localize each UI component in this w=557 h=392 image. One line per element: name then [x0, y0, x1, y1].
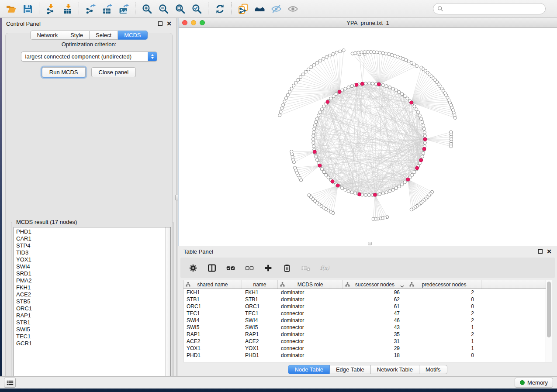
cell-MCDS-role: connector [278, 310, 343, 316]
cell-successor-nodes: 35 [343, 331, 407, 337]
mcds-result-item[interactable]: SWI5 [16, 326, 165, 333]
table-row[interactable]: YOX1YOX1connector291 [183, 345, 546, 352]
mcds-result-item[interactable]: GCR1 [16, 340, 165, 347]
table-row[interactable]: ORC1ORC1dominator610 [183, 303, 546, 310]
mcds-result-item[interactable]: PHD1 [16, 228, 165, 235]
cell-shared-name: ACE2 [183, 338, 242, 344]
deselect-all-icon[interactable] [244, 262, 255, 274]
mcds-result-item[interactable]: FKH1 [16, 284, 165, 291]
tab-style[interactable]: Style [64, 31, 90, 40]
network-graph[interactable] [179, 28, 557, 245]
mcds-result-item[interactable]: STB5 [16, 298, 165, 305]
export-table-icon[interactable] [100, 2, 114, 15]
cell-MCDS-role: dominator [278, 289, 343, 296]
task-history-button[interactable] [4, 378, 16, 388]
columns-icon[interactable] [206, 262, 218, 274]
run-mcds-button[interactable]: Run MCDS [42, 67, 86, 77]
settings-gear-icon[interactable] [187, 262, 199, 274]
open-icon[interactable] [3, 2, 18, 15]
search-field[interactable] [433, 3, 546, 14]
search-input[interactable] [443, 6, 545, 12]
network-canvas[interactable] [179, 28, 557, 246]
cell-predecessor-nodes: 0 [407, 352, 481, 358]
mcds-result-item[interactable]: TEC1 [16, 333, 165, 340]
mcds-result-item[interactable]: ORC1 [16, 305, 165, 312]
cell-predecessor-nodes: 0 [407, 296, 481, 303]
close-table-panel-icon[interactable]: ✕ [547, 249, 552, 254]
right-pane: YPA_prune.txt_1 Table Panel ✕ f(x) [178, 18, 557, 376]
horizontal-splitter-grip[interactable] [368, 242, 372, 245]
zoom-in-icon[interactable] [139, 2, 154, 15]
mcds-list-scrollbar[interactable] [165, 227, 170, 377]
table-row[interactable]: FKH1FKH1dominator962 [183, 289, 546, 296]
cell-shared-name: FKH1 [183, 289, 242, 296]
zoom-fit-icon[interactable] [173, 2, 187, 15]
tab-edge-table[interactable]: Edge Table [330, 365, 371, 374]
import-network-icon[interactable] [43, 2, 58, 15]
table-scrollbar[interactable] [546, 280, 552, 362]
float-panel-icon[interactable] [158, 21, 163, 26]
cell-successor-nodes: 47 [343, 310, 407, 316]
mcds-result-item[interactable]: STB1 [16, 319, 165, 326]
mcds-result-item[interactable]: PMA2 [16, 277, 165, 284]
mcds-result-item[interactable]: STP4 [16, 242, 165, 249]
column-header-MCDS-role[interactable]: MCDS role [278, 280, 343, 289]
column-header-successor-nodes[interactable]: successor nodes [343, 280, 407, 289]
mcds-result-item[interactable]: RAP1 [16, 312, 165, 319]
export-network-icon[interactable] [83, 2, 98, 15]
tab-network[interactable]: Network [30, 31, 64, 40]
close-panel-icon[interactable]: ✕ [166, 21, 172, 26]
export-image-icon[interactable] [116, 2, 131, 15]
tab-node-table[interactable]: Node Table [288, 365, 330, 374]
table-row[interactable]: STB1STB1dominator620 [183, 296, 546, 303]
tab-select[interactable]: Select [90, 31, 118, 40]
table-row[interactable]: ACE2ACE2connector311 [183, 338, 546, 345]
memory-label: Memory [527, 379, 548, 386]
add-row-icon[interactable] [263, 262, 274, 274]
cell-name: TEC1 [242, 310, 278, 316]
column-header-name[interactable]: name [242, 280, 278, 289]
cell-shared-name: SWI5 [183, 324, 242, 330]
mcds-result-item[interactable]: SRD1 [16, 270, 165, 277]
table-scrollbar-thumb[interactable] [547, 282, 551, 337]
table-row[interactable]: PHD1PHD1dominator180 [183, 352, 546, 359]
mcds-result-item[interactable]: CAR1 [16, 235, 165, 242]
mcds-result-item[interactable]: YOX1 [16, 256, 165, 263]
binoculars-icon[interactable] [252, 2, 267, 15]
mcds-result-item[interactable]: ACE2 [16, 291, 165, 298]
tab-network-table[interactable]: Network Table [371, 365, 419, 374]
cell-successor-nodes: 62 [343, 296, 407, 303]
optimization-criterion-label: Optimization criterion: [6, 41, 172, 48]
sort-desc-icon[interactable] [400, 283, 404, 286]
network-window-titlebar[interactable]: YPA_prune.txt_1 [179, 18, 557, 28]
column-label: shared name [197, 282, 228, 288]
table-row[interactable]: TEC1TEC1connector472 [183, 310, 546, 317]
table-row[interactable]: SWI5SWI5connector431 [183, 324, 546, 331]
duplicate-network-icon[interactable] [235, 2, 250, 15]
table-row[interactable]: RAP1RAP1dominator352 [183, 331, 546, 338]
optimization-criterion-select[interactable]: largest connected component (undirected) [21, 52, 157, 62]
column-header-shared-name[interactable]: shared name [183, 280, 242, 289]
import-table-icon[interactable] [60, 2, 75, 15]
table-row[interactable]: SWI4SWI4dominator462 [183, 317, 546, 324]
float-table-panel-icon[interactable] [538, 249, 543, 254]
control-panel-title: Control Panel [6, 21, 41, 27]
refresh-icon[interactable] [212, 2, 227, 15]
delete-column-disabled-icon [300, 262, 311, 274]
tab-motifs[interactable]: Motifs [419, 365, 447, 374]
mcds-result-item[interactable]: TID3 [16, 249, 165, 256]
zoom-selected-icon[interactable] [189, 2, 204, 15]
select-all-icon[interactable] [225, 262, 236, 274]
mcds-result-list[interactable]: PHD1CAR1STP4TID3YOX1SWI4SRD1PMA2FKH1ACE2… [14, 227, 171, 377]
column-header-predecessor-nodes[interactable]: predecessor nodes [407, 280, 481, 289]
close-panel-button[interactable]: Close panel [91, 67, 136, 77]
zoom-out-icon[interactable] [156, 2, 171, 15]
cell-name: YOX1 [242, 345, 278, 351]
hide-selected-icon[interactable] [269, 2, 284, 15]
save-icon[interactable] [20, 2, 35, 15]
show-all-icon[interactable] [285, 2, 300, 15]
mcds-result-item[interactable]: SWI4 [16, 263, 165, 270]
tab-mcds[interactable]: MCDS [118, 31, 147, 40]
memory-button[interactable]: Memory [515, 378, 553, 388]
delete-row-icon[interactable] [281, 262, 293, 274]
